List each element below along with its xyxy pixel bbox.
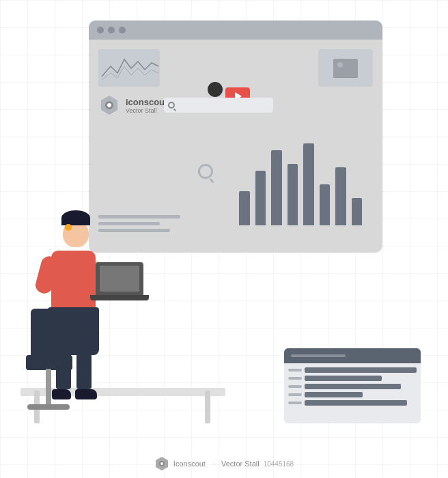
person-shoe-right [75, 389, 97, 399]
bar-chart [232, 130, 369, 225]
card-bar-label-5 [288, 402, 302, 404]
chair-pole [46, 369, 51, 404]
chair-base [27, 404, 70, 410]
person-hair-band [65, 224, 72, 231]
watermark-bar: Iconscout · Vector Stall 10445168 [0, 456, 448, 471]
card-bar-fill-3 [305, 384, 401, 389]
laptop-screen [96, 262, 143, 295]
iconscout-tagline: Vector Stall [126, 107, 167, 114]
image-icon [333, 59, 358, 78]
watermark-separator: · [212, 460, 214, 468]
bar-3 [271, 150, 282, 225]
card-bar-row-5 [288, 400, 417, 406]
card-bar-fill-4 [305, 392, 363, 397]
bar-7 [335, 167, 346, 225]
person-leg-left [56, 354, 71, 389]
text-line-3 [98, 229, 170, 232]
browser-window: iconscout Vector Stall [89, 20, 382, 253]
card-widget-body [284, 363, 421, 410]
desk-leg-right [205, 391, 210, 423]
browser-content: iconscout Vector Stall [89, 40, 382, 253]
desk-surface [20, 388, 225, 396]
laptop-screen-inner [100, 266, 139, 292]
card-bar-fill-2 [305, 376, 382, 381]
watermark-logo-icon [154, 456, 169, 471]
laptop-base [90, 295, 149, 300]
card-bar-fill-1 [305, 367, 417, 373]
card-widget-header [284, 348, 421, 363]
card-bar-label-2 [288, 377, 302, 380]
bar-4 [288, 164, 298, 225]
search-bar-overlay[interactable] [164, 98, 273, 113]
text-line-2 [98, 222, 160, 225]
person-torso [51, 251, 96, 309]
bar-1 [239, 191, 250, 225]
scene: iconscout Vector Stall [0, 0, 448, 478]
bar-5 [303, 143, 314, 225]
text-line-1 [98, 215, 180, 219]
card-bar-row-1 [288, 367, 417, 373]
browser-dot-2 [108, 27, 115, 33]
laptop-circle-decal [208, 82, 223, 97]
browser-dot-1 [97, 27, 104, 33]
card-bar-row-4 [288, 392, 417, 397]
watermark-tagline: Vector Stall [221, 460, 260, 468]
card-bar-row-2 [288, 376, 417, 381]
browser-dot-3 [119, 27, 126, 33]
card-bar-fill-5 [305, 400, 407, 406]
chart-thumbnail [98, 49, 160, 87]
person-shoe-left [52, 389, 71, 399]
search-icon [168, 102, 175, 109]
browser-titlebar [89, 20, 382, 40]
watermark-id: 10445168 [264, 460, 294, 468]
card-bar-label-3 [288, 385, 302, 388]
person-leg-right [76, 354, 92, 389]
person-skirt [48, 307, 99, 355]
svg-point-5 [160, 462, 163, 465]
iconscout-hexagon-icon [98, 94, 120, 116]
bar-6 [320, 184, 331, 225]
iconscout-logo-area: iconscout Vector Stall [98, 94, 167, 116]
svg-point-2 [107, 103, 111, 107]
iconscout-text: iconscout Vector Stall [126, 97, 167, 114]
image-placeholder [318, 49, 373, 87]
card-header-line [291, 354, 346, 357]
watermark-brand: Iconscout [173, 460, 206, 468]
person-hair [61, 210, 90, 225]
card-widget [284, 348, 421, 423]
bar-8 [352, 198, 363, 225]
card-bar-label-4 [288, 393, 302, 396]
card-bar-row-3 [288, 384, 417, 389]
browser-text-lines [98, 215, 201, 236]
bar-2 [255, 171, 266, 225]
card-bar-label-1 [288, 369, 302, 371]
iconscout-brand-name: iconscout [126, 97, 167, 107]
floating-search-icon [198, 164, 213, 179]
